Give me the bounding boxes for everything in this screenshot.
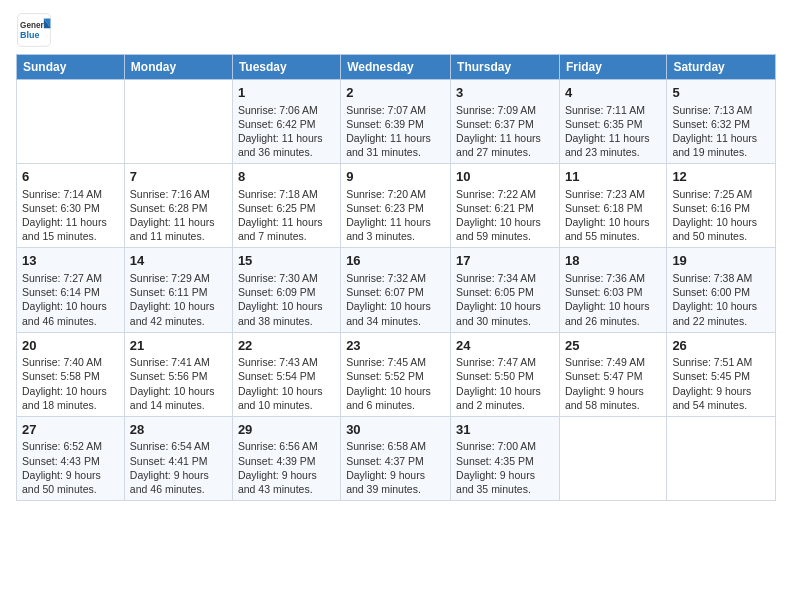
day-detail: Sunrise: 7:14 AM Sunset: 6:30 PM Dayligh… bbox=[22, 187, 119, 244]
day-number: 20 bbox=[22, 337, 119, 355]
calendar-cell: 11Sunrise: 7:23 AM Sunset: 6:18 PM Dayli… bbox=[559, 164, 666, 248]
calendar-header-sunday: Sunday bbox=[17, 55, 125, 80]
day-number: 11 bbox=[565, 168, 661, 186]
day-detail: Sunrise: 7:45 AM Sunset: 5:52 PM Dayligh… bbox=[346, 355, 445, 412]
day-number: 14 bbox=[130, 252, 227, 270]
logo: General Blue bbox=[16, 12, 56, 48]
day-detail: Sunrise: 7:49 AM Sunset: 5:47 PM Dayligh… bbox=[565, 355, 661, 412]
day-detail: Sunrise: 6:52 AM Sunset: 4:43 PM Dayligh… bbox=[22, 439, 119, 496]
calendar-header-monday: Monday bbox=[124, 55, 232, 80]
day-detail: Sunrise: 7:00 AM Sunset: 4:35 PM Dayligh… bbox=[456, 439, 554, 496]
day-number: 5 bbox=[672, 84, 770, 102]
calendar-header-friday: Friday bbox=[559, 55, 666, 80]
day-detail: Sunrise: 7:20 AM Sunset: 6:23 PM Dayligh… bbox=[346, 187, 445, 244]
calendar-cell: 8Sunrise: 7:18 AM Sunset: 6:25 PM Daylig… bbox=[232, 164, 340, 248]
day-number: 12 bbox=[672, 168, 770, 186]
logo-icon: General Blue bbox=[16, 12, 52, 48]
calendar-cell: 14Sunrise: 7:29 AM Sunset: 6:11 PM Dayli… bbox=[124, 248, 232, 332]
day-detail: Sunrise: 7:13 AM Sunset: 6:32 PM Dayligh… bbox=[672, 103, 770, 160]
day-detail: Sunrise: 7:23 AM Sunset: 6:18 PM Dayligh… bbox=[565, 187, 661, 244]
calendar-cell: 18Sunrise: 7:36 AM Sunset: 6:03 PM Dayli… bbox=[559, 248, 666, 332]
day-number: 17 bbox=[456, 252, 554, 270]
calendar-cell: 1Sunrise: 7:06 AM Sunset: 6:42 PM Daylig… bbox=[232, 80, 340, 164]
day-number: 4 bbox=[565, 84, 661, 102]
day-number: 24 bbox=[456, 337, 554, 355]
day-number: 9 bbox=[346, 168, 445, 186]
calendar-cell: 27Sunrise: 6:52 AM Sunset: 4:43 PM Dayli… bbox=[17, 416, 125, 500]
calendar-cell: 15Sunrise: 7:30 AM Sunset: 6:09 PM Dayli… bbox=[232, 248, 340, 332]
calendar-header-thursday: Thursday bbox=[451, 55, 560, 80]
calendar-cell: 5Sunrise: 7:13 AM Sunset: 6:32 PM Daylig… bbox=[667, 80, 776, 164]
header: General Blue bbox=[16, 12, 776, 48]
calendar-cell: 6Sunrise: 7:14 AM Sunset: 6:30 PM Daylig… bbox=[17, 164, 125, 248]
calendar-header-row: SundayMondayTuesdayWednesdayThursdayFrid… bbox=[17, 55, 776, 80]
svg-text:Blue: Blue bbox=[20, 30, 40, 40]
day-number: 2 bbox=[346, 84, 445, 102]
calendar-cell bbox=[124, 80, 232, 164]
calendar-week-row: 13Sunrise: 7:27 AM Sunset: 6:14 PM Dayli… bbox=[17, 248, 776, 332]
day-number: 30 bbox=[346, 421, 445, 439]
calendar-cell: 24Sunrise: 7:47 AM Sunset: 5:50 PM Dayli… bbox=[451, 332, 560, 416]
calendar-header-tuesday: Tuesday bbox=[232, 55, 340, 80]
calendar-cell: 10Sunrise: 7:22 AM Sunset: 6:21 PM Dayli… bbox=[451, 164, 560, 248]
calendar-cell: 28Sunrise: 6:54 AM Sunset: 4:41 PM Dayli… bbox=[124, 416, 232, 500]
day-detail: Sunrise: 7:30 AM Sunset: 6:09 PM Dayligh… bbox=[238, 271, 335, 328]
day-number: 8 bbox=[238, 168, 335, 186]
day-number: 31 bbox=[456, 421, 554, 439]
day-detail: Sunrise: 7:22 AM Sunset: 6:21 PM Dayligh… bbox=[456, 187, 554, 244]
day-detail: Sunrise: 6:58 AM Sunset: 4:37 PM Dayligh… bbox=[346, 439, 445, 496]
day-number: 15 bbox=[238, 252, 335, 270]
calendar-cell: 30Sunrise: 6:58 AM Sunset: 4:37 PM Dayli… bbox=[341, 416, 451, 500]
day-number: 22 bbox=[238, 337, 335, 355]
day-detail: Sunrise: 7:09 AM Sunset: 6:37 PM Dayligh… bbox=[456, 103, 554, 160]
day-number: 21 bbox=[130, 337, 227, 355]
calendar-week-row: 27Sunrise: 6:52 AM Sunset: 4:43 PM Dayli… bbox=[17, 416, 776, 500]
day-detail: Sunrise: 7:11 AM Sunset: 6:35 PM Dayligh… bbox=[565, 103, 661, 160]
day-number: 29 bbox=[238, 421, 335, 439]
calendar-cell: 23Sunrise: 7:45 AM Sunset: 5:52 PM Dayli… bbox=[341, 332, 451, 416]
calendar-cell: 17Sunrise: 7:34 AM Sunset: 6:05 PM Dayli… bbox=[451, 248, 560, 332]
day-detail: Sunrise: 7:36 AM Sunset: 6:03 PM Dayligh… bbox=[565, 271, 661, 328]
calendar-cell: 22Sunrise: 7:43 AM Sunset: 5:54 PM Dayli… bbox=[232, 332, 340, 416]
calendar-week-row: 20Sunrise: 7:40 AM Sunset: 5:58 PM Dayli… bbox=[17, 332, 776, 416]
day-detail: Sunrise: 7:47 AM Sunset: 5:50 PM Dayligh… bbox=[456, 355, 554, 412]
calendar-cell: 29Sunrise: 6:56 AM Sunset: 4:39 PM Dayli… bbox=[232, 416, 340, 500]
day-number: 19 bbox=[672, 252, 770, 270]
day-detail: Sunrise: 6:56 AM Sunset: 4:39 PM Dayligh… bbox=[238, 439, 335, 496]
calendar-cell: 19Sunrise: 7:38 AM Sunset: 6:00 PM Dayli… bbox=[667, 248, 776, 332]
day-detail: Sunrise: 7:40 AM Sunset: 5:58 PM Dayligh… bbox=[22, 355, 119, 412]
calendar-cell bbox=[559, 416, 666, 500]
calendar-cell: 13Sunrise: 7:27 AM Sunset: 6:14 PM Dayli… bbox=[17, 248, 125, 332]
day-number: 3 bbox=[456, 84, 554, 102]
calendar-cell bbox=[667, 416, 776, 500]
calendar-header-wednesday: Wednesday bbox=[341, 55, 451, 80]
calendar-cell: 25Sunrise: 7:49 AM Sunset: 5:47 PM Dayli… bbox=[559, 332, 666, 416]
day-number: 10 bbox=[456, 168, 554, 186]
day-detail: Sunrise: 7:32 AM Sunset: 6:07 PM Dayligh… bbox=[346, 271, 445, 328]
day-number: 23 bbox=[346, 337, 445, 355]
day-number: 27 bbox=[22, 421, 119, 439]
day-number: 28 bbox=[130, 421, 227, 439]
calendar-cell: 9Sunrise: 7:20 AM Sunset: 6:23 PM Daylig… bbox=[341, 164, 451, 248]
calendar-cell: 26Sunrise: 7:51 AM Sunset: 5:45 PM Dayli… bbox=[667, 332, 776, 416]
day-detail: Sunrise: 7:18 AM Sunset: 6:25 PM Dayligh… bbox=[238, 187, 335, 244]
day-number: 7 bbox=[130, 168, 227, 186]
calendar-cell: 31Sunrise: 7:00 AM Sunset: 4:35 PM Dayli… bbox=[451, 416, 560, 500]
calendar-cell: 12Sunrise: 7:25 AM Sunset: 6:16 PM Dayli… bbox=[667, 164, 776, 248]
calendar-cell: 2Sunrise: 7:07 AM Sunset: 6:39 PM Daylig… bbox=[341, 80, 451, 164]
calendar-header-saturday: Saturday bbox=[667, 55, 776, 80]
day-detail: Sunrise: 7:16 AM Sunset: 6:28 PM Dayligh… bbox=[130, 187, 227, 244]
day-detail: Sunrise: 7:34 AM Sunset: 6:05 PM Dayligh… bbox=[456, 271, 554, 328]
day-detail: Sunrise: 7:27 AM Sunset: 6:14 PM Dayligh… bbox=[22, 271, 119, 328]
day-number: 6 bbox=[22, 168, 119, 186]
day-number: 25 bbox=[565, 337, 661, 355]
calendar-cell: 20Sunrise: 7:40 AM Sunset: 5:58 PM Dayli… bbox=[17, 332, 125, 416]
day-number: 18 bbox=[565, 252, 661, 270]
day-detail: Sunrise: 7:29 AM Sunset: 6:11 PM Dayligh… bbox=[130, 271, 227, 328]
day-number: 13 bbox=[22, 252, 119, 270]
day-number: 1 bbox=[238, 84, 335, 102]
calendar-cell: 3Sunrise: 7:09 AM Sunset: 6:37 PM Daylig… bbox=[451, 80, 560, 164]
day-detail: Sunrise: 7:06 AM Sunset: 6:42 PM Dayligh… bbox=[238, 103, 335, 160]
calendar-week-row: 1Sunrise: 7:06 AM Sunset: 6:42 PM Daylig… bbox=[17, 80, 776, 164]
calendar-cell: 4Sunrise: 7:11 AM Sunset: 6:35 PM Daylig… bbox=[559, 80, 666, 164]
